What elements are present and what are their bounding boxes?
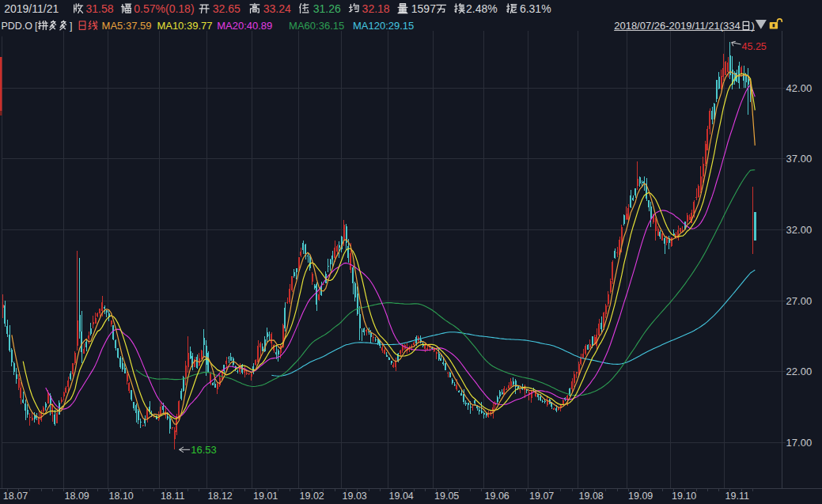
svg-text:6.31%: 6.31% bbox=[520, 2, 551, 15]
svg-text:18.10: 18.10 bbox=[109, 491, 134, 502]
svg-text:[: [ bbox=[35, 21, 38, 32]
svg-text:19.10: 19.10 bbox=[672, 491, 696, 502]
svg-text:19.05: 19.05 bbox=[434, 491, 459, 502]
svg-text:32.00: 32.00 bbox=[786, 224, 813, 236]
svg-text:31.26: 31.26 bbox=[313, 2, 341, 15]
svg-text:0.57%(0.18): 0.57%(0.18) bbox=[134, 2, 194, 15]
svg-text:19.11: 19.11 bbox=[725, 491, 749, 502]
svg-text:19.07: 19.07 bbox=[529, 491, 554, 502]
svg-text:19.02: 19.02 bbox=[300, 491, 324, 502]
svg-text:19.09: 19.09 bbox=[628, 491, 653, 502]
svg-text:18.11: 18.11 bbox=[161, 491, 184, 502]
svg-text:16.53: 16.53 bbox=[191, 444, 217, 456]
svg-text:33.24: 33.24 bbox=[263, 2, 291, 15]
svg-text:19.04: 19.04 bbox=[389, 491, 414, 502]
svg-text:32.65: 32.65 bbox=[213, 2, 241, 15]
svg-text:1597: 1597 bbox=[411, 2, 436, 15]
svg-text:37.00: 37.00 bbox=[786, 153, 813, 165]
svg-text:17.00: 17.00 bbox=[786, 437, 813, 449]
svg-text:MA120:29.15: MA120:29.15 bbox=[353, 20, 414, 32]
svg-text:19.08: 19.08 bbox=[579, 491, 604, 502]
svg-text:19.01: 19.01 bbox=[253, 491, 278, 502]
svg-text:2019/11/21: 2019/11/21 bbox=[4, 2, 59, 15]
svg-text:27.00: 27.00 bbox=[786, 295, 813, 307]
svg-text:31.58: 31.58 bbox=[86, 2, 114, 15]
svg-text:18.07: 18.07 bbox=[3, 491, 28, 502]
svg-text:19.03: 19.03 bbox=[343, 491, 367, 502]
svg-text:18.12: 18.12 bbox=[208, 491, 233, 502]
svg-text:PDD.O: PDD.O bbox=[2, 21, 33, 32]
svg-text:2.48%: 2.48% bbox=[466, 2, 498, 15]
svg-text:22.00: 22.00 bbox=[786, 366, 813, 377]
svg-text:42.00: 42.00 bbox=[786, 82, 813, 94]
svg-text:32.18: 32.18 bbox=[362, 2, 390, 15]
svg-text:]: ] bbox=[70, 21, 72, 32]
svg-text:MA20:40.89: MA20:40.89 bbox=[217, 20, 272, 32]
svg-text:19.06: 19.06 bbox=[485, 491, 509, 502]
svg-text:18.09: 18.09 bbox=[65, 491, 89, 502]
svg-text:45.25: 45.25 bbox=[742, 41, 767, 52]
svg-text:MA10:39.77: MA10:39.77 bbox=[157, 20, 212, 32]
svg-text:MA60:36.15: MA60:36.15 bbox=[289, 20, 344, 32]
svg-text:MA5:37.59: MA5:37.59 bbox=[102, 20, 152, 32]
